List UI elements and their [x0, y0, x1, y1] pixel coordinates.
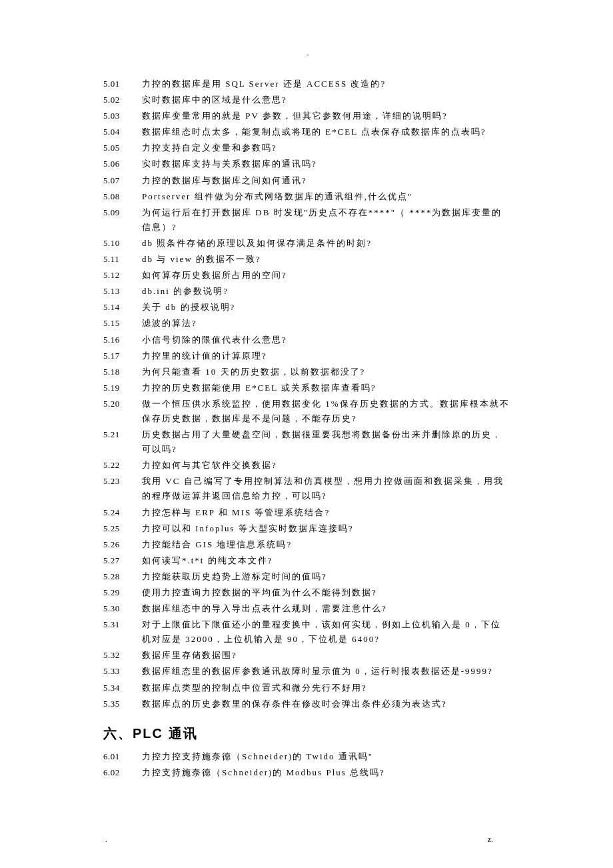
faq-number: 5.32	[103, 648, 142, 663]
faq-number: 5.05	[103, 141, 142, 155]
faq-item: 5.35数据库点的历史参数里的保存条件在修改时会弹出条件必须为表达式?	[103, 697, 510, 711]
faq-number: 5.08	[103, 189, 142, 204]
faq-text: 做一个恒压供水系统监控，使用数据变化 1%保存历史数据的方式。数据库根本就不保存…	[142, 397, 510, 426]
faq-text: 为何运行后在打开数据库 DB 时发现"历史点不存在****"（ ****为数据库…	[142, 205, 510, 235]
faq-text: 小信号切除的限值代表什么意思?	[142, 333, 510, 347]
faq-text: 历史数据占用了大量硬盘空间，数据很重要我想将数据备份出来并删除原的历史，可以吗?	[142, 427, 510, 457]
faq-text: 数据库里存储数据围?	[142, 648, 510, 663]
faq-number: 5.11	[103, 252, 142, 267]
faq-number: 6.02	[103, 765, 142, 780]
faq-text: db.ini 的参数说明?	[142, 284, 510, 299]
faq-item: 5.01力控的数据库是用 SQL Server 还是 ACCESS 改造的?	[103, 77, 510, 91]
faq-number: 6.01	[103, 749, 142, 764]
faq-number: 5.10	[103, 236, 142, 251]
faq-text: 如何读写*.t*t 的纯文本文件?	[142, 553, 510, 568]
faq-item: 5.13db.ini 的参数说明?	[103, 284, 510, 299]
faq-number: 5.02	[103, 93, 142, 107]
faq-item: 5.09为何运行后在打开数据库 DB 时发现"历史点不存在****"（ ****…	[103, 205, 510, 235]
faq-number: 5.33	[103, 664, 142, 679]
faq-number: 5.16	[103, 333, 142, 347]
faq-item: 5.06实时数据库支持与关系数据库的通讯吗?	[103, 157, 510, 171]
faq-item: 5.20做一个恒压供水系统监控，使用数据变化 1%保存历史数据的方式。数据库根本…	[103, 397, 510, 426]
faq-number: 5.18	[103, 365, 142, 379]
faq-number: 5.27	[103, 553, 142, 568]
faq-number: 5.06	[103, 157, 142, 171]
faq-text: 力控力控支持施奈德（Schneider)的 Twido 通讯吗"	[142, 749, 510, 764]
faq-item: 5.32数据库里存储数据围?	[103, 648, 510, 663]
faq-text: 对于上限值比下限值还小的量程变换中，该如何实现，例如上位机输入是 0，下位机对应…	[142, 617, 510, 647]
faq-text: 力控的数据库是用 SQL Server 还是 ACCESS 改造的?	[142, 77, 510, 91]
faq-item: 5.10db 照条件存储的原理以及如何保存满足条件的时刻?	[103, 236, 510, 251]
faq-text: 数据库点类型的控制点中位置式和微分先行不好用?	[142, 681, 510, 695]
faq-item: 5.19力控的历史数据能使用 E*CEL 或关系数据库查看吗?	[103, 381, 510, 395]
faq-text: 数据库组态时点太多，能复制点或将现的 E*CEL 点表保存成数据库的点表吗?	[142, 125, 510, 139]
faq-item: 5.11db 与 view 的数据不一致?	[103, 252, 510, 267]
faq-number: 5.23	[103, 474, 142, 503]
faq-number: 5.35	[103, 697, 142, 711]
faq-item: 5.07力控的数据库与数据库之间如何通讯?	[103, 173, 510, 188]
faq-text: 力控支持自定义变量和参数吗?	[142, 141, 510, 155]
faq-item: 5.22力控如何与其它软件交换数据?	[103, 458, 510, 473]
faq-number: 5.13	[103, 284, 142, 299]
faq-item: 5.16小信号切除的限值代表什么意思?	[103, 333, 510, 347]
section-6-heading: 六、PLC 通讯	[103, 725, 510, 743]
faq-item: 6.02力控支持施奈德（Schneider)的 Modbus Plus 总线吗?	[103, 765, 510, 780]
faq-item: 5.18为何只能查看 10 天的历史数据，以前数据都没了?	[103, 365, 510, 379]
faq-item: 5.14关于 db 的授权说明?	[103, 300, 510, 315]
faq-text: 数据库变量常用的就是 PV 参数，但其它参数何用途，详细的说明吗?	[142, 109, 510, 123]
faq-text: 力控能获取历史趋势上游标定时间的值吗?	[142, 569, 510, 584]
faq-item: 5.02实时数据库中的区域是什么意思?	[103, 93, 510, 107]
faq-item: 5.15滤波的算法?	[103, 316, 510, 331]
faq-number: 5.07	[103, 173, 142, 188]
faq-text: 我用 VC 自己编写了专用控制算法和仿真模型，想用力控做画面和数据采集，用我的程…	[142, 474, 510, 503]
faq-text: 滤波的算法?	[142, 316, 510, 331]
faq-text: 实时数据库支持与关系数据库的通讯吗?	[142, 157, 510, 171]
faq-item: 5.30数据库组态中的导入导出点表什么规则，需要注意什么?	[103, 601, 510, 616]
faq-text: 数据库组态里的数据库参数通讯故障时显示值为 0，运行时报表数据还是-9999?	[142, 664, 510, 679]
faq-item: 5.28力控能获取历史趋势上游标定时间的值吗?	[103, 569, 510, 584]
faq-number: 5.24	[103, 505, 142, 520]
faq-number: 5.20	[103, 397, 142, 426]
faq-number: 5.12	[103, 268, 142, 283]
footer-dot: .	[105, 835, 107, 845]
faq-number: 5.01	[103, 77, 142, 91]
faq-text: 力控能结合 GIS 地理信息系统吗?	[142, 537, 510, 552]
faq-item: 5.04数据库组态时点太多，能复制点或将现的 E*CEL 点表保存成数据库的点表…	[103, 125, 510, 139]
faq-item: 5.26力控能结合 GIS 地理信息系统吗?	[103, 537, 510, 552]
faq-number: 5.34	[103, 681, 142, 695]
faq-item: 5.23我用 VC 自己编写了专用控制算法和仿真模型，想用力控做画面和数据采集，…	[103, 474, 510, 503]
faq-number: 5.22	[103, 458, 142, 473]
faq-text: 力控的数据库与数据库之间如何通讯?	[142, 173, 510, 188]
faq-number: 5.25	[103, 521, 142, 536]
faq-item: 5.08Portserver 组件做为分布式网络数据库的通讯组件,什么优点"	[103, 189, 510, 204]
page-content: 5.01力控的数据库是用 SQL Server 还是 ACCESS 改造的?5.…	[0, 0, 613, 808]
faq-item: 5.27如何读写*.t*t 的纯文本文件?	[103, 553, 510, 568]
faq-text: db 照条件存储的原理以及如何保存满足条件的时刻?	[142, 236, 510, 251]
faq-text: 力控可以和 Infoplus 等大型实时数据库连接吗?	[142, 521, 510, 536]
faq-item: 5.31对于上限值比下限值还小的量程变换中，该如何实现，例如上位机输入是 0，下…	[103, 617, 510, 647]
faq-text: 实时数据库中的区域是什么意思?	[142, 93, 510, 107]
faq-item: 5.05力控支持自定义变量和参数吗?	[103, 141, 510, 155]
faq-text: 力控怎样与 ERP 和 MIS 等管理系统结合?	[142, 505, 510, 520]
faq-item: 5.25力控可以和 Infoplus 等大型实时数据库连接吗?	[103, 521, 510, 536]
faq-text: 为何只能查看 10 天的历史数据，以前数据都没了?	[142, 365, 510, 379]
faq-number: 5.04	[103, 125, 142, 139]
faq-number: 5.28	[103, 569, 142, 584]
faq-number: 5.17	[103, 349, 142, 363]
faq-text: Portserver 组件做为分布式网络数据库的通讯组件,什么优点"	[142, 189, 510, 204]
faq-item: 5.29使用力控查询力控数据的平均值为什么不能得到数据?	[103, 585, 510, 600]
faq-text: 数据库组态中的导入导出点表什么规则，需要注意什么?	[142, 601, 510, 616]
faq-item: 5.34数据库点类型的控制点中位置式和微分先行不好用?	[103, 681, 510, 695]
faq-number: 5.14	[103, 300, 142, 315]
faq-item: 5.33数据库组态里的数据库参数通讯故障时显示值为 0，运行时报表数据还是-99…	[103, 664, 510, 679]
faq-text: 力控支持施奈德（Schneider)的 Modbus Plus 总线吗?	[142, 765, 510, 780]
faq-item: 5.12如何算存历史数据所占用的空间?	[103, 268, 510, 283]
faq-number: 5.31	[103, 617, 142, 647]
faq-number: 5.29	[103, 585, 142, 600]
faq-item: 5.24力控怎样与 ERP 和 MIS 等管理系统结合?	[103, 505, 510, 520]
faq-item: 5.03数据库变量常用的就是 PV 参数，但其它参数何用途，详细的说明吗?	[103, 109, 510, 123]
faq-number: 5.21	[103, 427, 142, 457]
faq-text: 力控里的统计值的计算原理?	[142, 349, 510, 363]
faq-text: 使用力控查询力控数据的平均值为什么不能得到数据?	[142, 585, 510, 600]
faq-list-section-5: 5.01力控的数据库是用 SQL Server 还是 ACCESS 改造的?5.…	[103, 77, 510, 711]
